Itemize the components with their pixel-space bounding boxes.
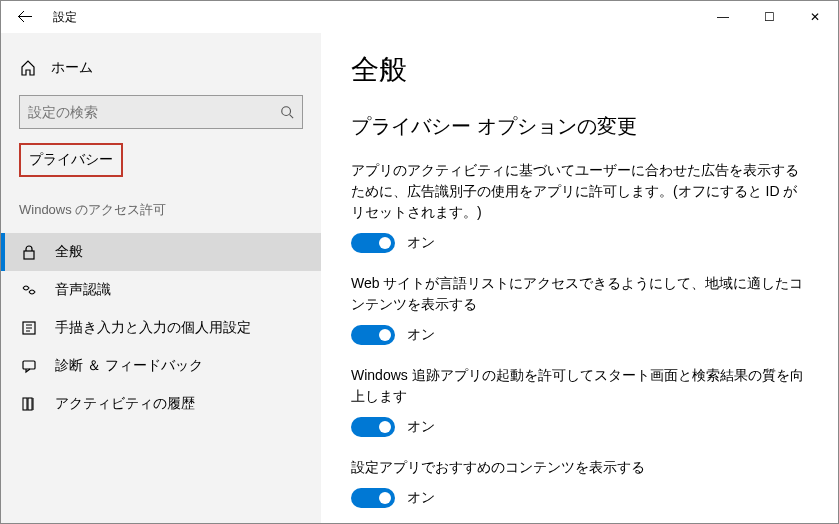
- option-desc: 設定アプリでおすすめのコンテンツを表示する: [351, 457, 808, 478]
- sidebar: ホーム プライバシー Windows のアクセス許可 全般: [1, 33, 321, 523]
- sidebar-item-diagnostics[interactable]: 診断 ＆ フィードバック: [1, 347, 321, 385]
- sidebar-item-label: 手描き入力と入力の個人用設定: [55, 319, 251, 337]
- home-label: ホーム: [51, 59, 93, 77]
- search-field[interactable]: [28, 104, 280, 120]
- activity-icon: [19, 396, 39, 412]
- maximize-button[interactable]: ☐: [746, 1, 792, 33]
- minimize-icon: ―: [717, 10, 729, 24]
- option-suggested-content: 設定アプリでおすすめのコンテンツを表示する オン: [351, 457, 808, 508]
- content-pane: 全般 プライバシー オプションの変更 アプリのアクティビティに基づいてユーザーに…: [321, 33, 838, 523]
- sidebar-item-label: 診断 ＆ フィードバック: [55, 357, 203, 375]
- minimize-button[interactable]: ―: [700, 1, 746, 33]
- home-button[interactable]: ホーム: [1, 51, 321, 95]
- option-desc: アプリのアクティビティに基づいてユーザーに合わせた広告を表示するために、広告識別…: [351, 160, 808, 223]
- toggle-app-launch-track[interactable]: [351, 417, 395, 437]
- close-icon: ✕: [810, 10, 820, 24]
- toggle-state: オン: [407, 418, 435, 436]
- option-desc: Windows 追跡アプリの起動を許可してスタート画面と検索結果の質を向上します: [351, 365, 808, 407]
- option-desc: Web サイトが言語リストにアクセスできるようにして、地域に適したコンテンツを表…: [351, 273, 808, 315]
- svg-line-1: [290, 115, 294, 119]
- close-button[interactable]: ✕: [792, 1, 838, 33]
- titlebar: 🡠 設定 ― ☐ ✕: [1, 1, 838, 33]
- category-privacy[interactable]: プライバシー: [19, 143, 123, 177]
- sidebar-item-inking[interactable]: 手描き入力と入力の個人用設定: [1, 309, 321, 347]
- sidebar-item-label: アクティビティの履歴: [55, 395, 195, 413]
- sidebar-item-label: 音声認識: [55, 281, 111, 299]
- svg-rect-7: [23, 361, 35, 369]
- toggle-advertising-id[interactable]: [351, 233, 395, 253]
- toggle-state: オン: [407, 489, 435, 507]
- option-advertising-id: アプリのアクティビティに基づいてユーザーに合わせた広告を表示するために、広告識別…: [351, 160, 808, 253]
- sidebar-item-speech[interactable]: 音声認識: [1, 271, 321, 309]
- search-icon: [280, 105, 294, 119]
- sidebar-item-general[interactable]: 全般: [1, 233, 321, 271]
- maximize-icon: ☐: [764, 10, 775, 24]
- back-arrow-icon: 🡠: [17, 8, 33, 26]
- svg-rect-8: [23, 398, 27, 410]
- sidebar-item-activity[interactable]: アクティビティの履歴: [1, 385, 321, 423]
- toggle-state: オン: [407, 326, 435, 344]
- page-title: 全般: [351, 51, 808, 89]
- back-button[interactable]: 🡠: [1, 1, 49, 33]
- section-label: Windows のアクセス許可: [1, 201, 321, 233]
- svg-rect-2: [24, 251, 34, 259]
- sidebar-item-label: 全般: [55, 243, 83, 261]
- option-language-list: Web サイトが言語リストにアクセスできるようにして、地域に適したコンテンツを表…: [351, 273, 808, 345]
- lock-icon: [19, 244, 39, 260]
- sub-heading: プライバシー オプションの変更: [351, 113, 808, 140]
- home-icon: [19, 60, 37, 76]
- option-app-launch-track: Windows 追跡アプリの起動を許可してスタート画面と検索結果の質を向上します…: [351, 365, 808, 437]
- svg-point-0: [282, 107, 291, 116]
- svg-rect-9: [28, 398, 32, 410]
- toggle-language-list[interactable]: [351, 325, 395, 345]
- search-input[interactable]: [19, 95, 303, 129]
- speech-icon: [19, 282, 39, 298]
- feedback-icon: [19, 358, 39, 374]
- inking-icon: [19, 320, 39, 336]
- window-title: 設定: [49, 9, 77, 26]
- toggle-suggested-content[interactable]: [351, 488, 395, 508]
- toggle-state: オン: [407, 234, 435, 252]
